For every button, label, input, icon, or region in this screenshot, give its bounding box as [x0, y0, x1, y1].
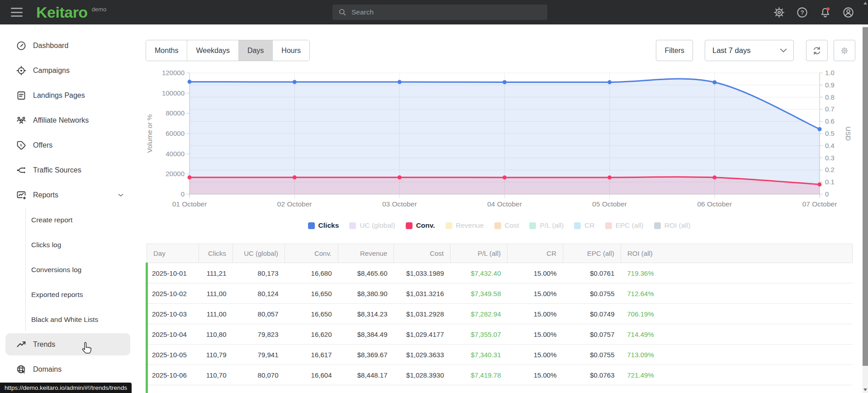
svg-text:80000: 80000	[166, 109, 185, 117]
legend-item[interactable]: ROI (all)	[654, 221, 691, 230]
hamburger-menu-icon[interactable]	[11, 8, 23, 17]
table-cell: $8,369.67	[338, 345, 394, 365]
sidebar-item-trends[interactable]: Trends	[5, 333, 130, 355]
data-point[interactable]	[188, 175, 192, 179]
tab-weekdays[interactable]: Weekdays	[187, 40, 238, 61]
svg-text:120000: 120000	[162, 69, 185, 77]
sidebar-item-conversions-log[interactable]: Conversions log	[0, 257, 136, 282]
table-row[interactable]: 2025-10-05110,7979,94116,617$8,369.67$1,…	[147, 345, 853, 365]
column-header[interactable]: Day	[147, 244, 199, 263]
sidebar-item-traffic-sources[interactable]: Traffic Sources	[0, 158, 136, 182]
column-header[interactable]: Revenue	[338, 244, 394, 263]
data-point[interactable]	[503, 80, 507, 84]
sidebar-item-campaigns[interactable]: Campaigns	[0, 58, 136, 83]
data-point[interactable]	[607, 80, 612, 84]
data-point[interactable]	[293, 175, 297, 179]
column-header[interactable]: ROI (all)	[621, 244, 853, 263]
table-cell: 15.00%	[508, 263, 563, 283]
chart-settings-button[interactable]	[834, 40, 855, 61]
data-point[interactable]	[503, 175, 507, 179]
sidebar-item-black-and-white-lists[interactable]: Black and White Lists	[0, 307, 136, 332]
table-cell: $0.0755	[563, 345, 621, 365]
table-cell: 2025-10-04	[147, 324, 199, 345]
data-point[interactable]	[188, 80, 192, 84]
table-cell: 16,617	[285, 345, 338, 365]
table-cell: 2025-10-02	[147, 283, 199, 304]
table-cell: $4,304.26	[451, 385, 508, 393]
data-point[interactable]	[293, 80, 297, 84]
legend-swatch	[494, 222, 501, 229]
main-content: Months Weekdays Days Hours Filters Last …	[136, 24, 863, 393]
table-row[interactable]: 2025-10-04110,8079,82316,620$8,384.49$1,…	[147, 324, 853, 345]
sidebar-item-create-report[interactable]: Create report	[0, 207, 136, 232]
sidebar-item-clicks-log[interactable]: Clicks log	[0, 232, 136, 257]
legend-item[interactable]: Conv.	[406, 221, 435, 230]
legend-item[interactable]: Cost	[494, 221, 519, 230]
sidebar-item-affiliate-networks[interactable]: Affiliate Networks	[0, 108, 136, 133]
table-cell: $0.0756	[563, 385, 621, 393]
table-row[interactable]: 2025-10-06110,7080,07016,604$8,448.17$1,…	[147, 365, 853, 385]
data-point[interactable]	[818, 182, 822, 187]
scrollbar-thumb[interactable]	[863, 27, 868, 366]
table-row[interactable]: 2025-10-01111,2180,17316,680$8,465.60$1,…	[147, 263, 853, 283]
data-point[interactable]	[398, 175, 402, 179]
sidebar-item-dashboard[interactable]: Dashboard	[0, 33, 136, 58]
sidebar-item-domains[interactable]: Domains	[0, 357, 136, 382]
sidebar-item-landings-pages[interactable]: Landings Pages	[0, 83, 136, 108]
table-cell: $7,355.07	[451, 324, 508, 345]
column-header[interactable]: Conv.	[285, 244, 338, 263]
scrollbar-up-arrow[interactable]	[863, 0, 868, 24]
legend-item[interactable]: P/L (all)	[529, 221, 564, 230]
column-header[interactable]: Clicks	[199, 244, 233, 263]
demo-badge: demo	[92, 6, 107, 13]
search-input[interactable]	[351, 8, 542, 16]
notifications-bell-icon[interactable]	[819, 6, 831, 19]
legend-item[interactable]: EPC (all)	[605, 221, 644, 230]
column-header[interactable]: EPC (all)	[563, 244, 621, 263]
legend-label: UC (global)	[360, 221, 395, 230]
legend-label: Cost	[505, 221, 519, 230]
legend-swatch	[308, 222, 315, 229]
filters-button[interactable]: Filters	[656, 40, 693, 61]
data-point[interactable]	[712, 80, 716, 84]
column-header[interactable]: CR	[508, 244, 563, 263]
global-search[interactable]	[332, 5, 547, 20]
refresh-button[interactable]	[806, 40, 828, 61]
legend-item[interactable]: Clicks	[308, 221, 339, 230]
tab-days[interactable]: Days	[238, 40, 272, 61]
legend-swatch	[406, 222, 413, 229]
legend-item[interactable]: Revenue	[446, 221, 484, 230]
data-point[interactable]	[607, 175, 612, 179]
table-cell: 64,40	[199, 385, 233, 393]
table-row[interactable]: 2025-10-03111,0080,05716,650$8,314.23$1,…	[147, 304, 853, 324]
sidebar-item-label: Traffic Sources	[33, 166, 81, 174]
table-row[interactable]: 2025-10-0764,4044,4579,658$4,902.71$598.…	[147, 385, 853, 393]
notification-dot	[826, 7, 830, 10]
data-point[interactable]	[818, 127, 822, 131]
column-header[interactable]: Cost	[394, 244, 451, 263]
table-cell: 15.00%	[508, 385, 563, 393]
legend-item[interactable]: UC (global)	[349, 221, 395, 230]
table-cell: 2025-10-01	[147, 263, 199, 283]
help-icon[interactable]: ?	[796, 6, 808, 19]
scrollbar-down-arrow[interactable]	[863, 388, 867, 391]
date-range-select[interactable]: Last 7 days	[705, 40, 794, 61]
sidebar-item-label: Trends	[33, 340, 55, 349]
legend-item[interactable]: CR	[574, 221, 594, 230]
table-row[interactable]: 2025-10-02111,0080,12416,650$8,380.90$1,…	[147, 283, 853, 304]
tab-hours[interactable]: Hours	[272, 40, 309, 61]
table-cell: $1,031.3216	[394, 283, 451, 304]
table-cell: $0.0761	[563, 263, 621, 283]
gear-icon[interactable]	[773, 6, 785, 19]
tab-months[interactable]: Months	[146, 40, 187, 61]
data-point[interactable]	[398, 80, 402, 84]
column-header[interactable]: P/L (all)	[451, 244, 508, 263]
page-scrollbar[interactable]	[863, 0, 868, 393]
sidebar-item-offers[interactable]: $ Offers	[0, 133, 136, 158]
sidebar-item-exported-reports[interactable]: Exported reports	[0, 282, 136, 307]
table-cell: $1,029.4177	[394, 324, 451, 345]
user-account-icon[interactable]	[842, 6, 854, 19]
data-point[interactable]	[712, 175, 716, 179]
column-header[interactable]: UC (global)	[233, 244, 285, 263]
sidebar-item-reports[interactable]: Reports	[0, 182, 136, 207]
